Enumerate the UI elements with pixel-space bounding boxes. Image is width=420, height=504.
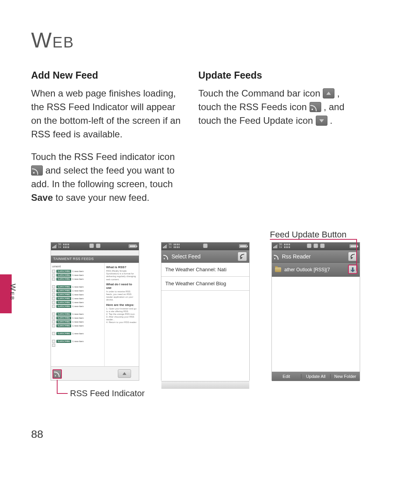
paragraph: When a web page finishes loading, the RS…	[31, 87, 183, 141]
text: Touch the Command bar icon	[198, 88, 323, 98]
browser-footer	[51, 366, 139, 380]
status-icon	[203, 244, 208, 248]
feed-row[interactable]: SUBSCRIBE1 new item	[52, 277, 103, 281]
feed-row[interactable]: SUBSCRIBE1 new item	[52, 285, 103, 288]
feed-list-item[interactable]: The Weather Channel Blog	[161, 277, 249, 291]
content-heading: Here are the steps:	[106, 303, 137, 307]
content-text: In order to receive RSS feeds, you need …	[106, 290, 137, 302]
text: .	[330, 115, 332, 126]
feed-row[interactable]: SUBSCRIBE1 new item	[52, 316, 103, 320]
status-bar: 3G ▮▮▮▮ 1x ▮▮▮▮	[161, 242, 249, 250]
page-number: 88	[31, 428, 43, 441]
save-keyword: Save	[31, 192, 53, 203]
address-bar[interactable]	[51, 250, 139, 256]
edit-button[interactable]: Edit	[272, 374, 301, 379]
feed-list-item[interactable]: The Weather Channel: Nati	[161, 263, 249, 277]
signal-text: 3G ▮▮▮▮ 1x ▮▮▮▮	[168, 243, 180, 249]
paragraph: Touch the Command bar icon , touch the R…	[198, 87, 350, 127]
heading-add-new-feed: Add New Feed	[31, 68, 183, 82]
screen-title: Rss Reader	[282, 253, 311, 260]
callout-rss-indicator: RSS Feed Indicator	[70, 388, 145, 399]
subscribe-chip[interactable]: SUBSCRIBE	[56, 270, 71, 273]
feed-row[interactable]: SUBSCRIBE1 new item	[52, 320, 103, 323]
status-icon	[320, 244, 325, 248]
folder-icon	[275, 267, 281, 272]
status-bar: 3G ▮▮▮▮ 1x ▮▮▮▮	[51, 242, 139, 250]
content-pane: What is RSS? RSS (Really Simple Syndicat…	[105, 263, 139, 367]
side-tab: Web	[0, 274, 31, 313]
callout-line	[57, 380, 58, 393]
signal-text: 3G ▮▮▮▮ 1x ▮▮▮▮	[279, 243, 290, 249]
content-text: 1. Open your browser and go to a site of…	[106, 307, 137, 324]
rss-icon	[274, 254, 280, 259]
paragraph: Touch the RSS Feed indicator icon and se…	[31, 150, 183, 204]
feed-list-pane: oment SUBSCRIBE1 new item SUBSCRIBE1 new…	[51, 263, 105, 367]
feed-row[interactable]: SUBSCRIBE1 new item	[52, 301, 103, 304]
status-icon	[96, 244, 100, 248]
command-bar-button[interactable]	[118, 369, 131, 378]
feed-row[interactable]: SUBSCRIBE1 new item	[52, 289, 103, 292]
item-count: 1 new item	[72, 270, 84, 272]
status-icon	[89, 244, 94, 248]
screenshot-select-feed: 3G ▮▮▮▮ 1x ▮▮▮▮ Select Feed The Weather …	[161, 242, 250, 381]
page-title: Web	[31, 27, 389, 53]
signal-icon	[273, 244, 277, 248]
feed-row[interactable]: SUBSCRIBE1 new item	[52, 270, 103, 273]
folder-row[interactable]: ather Outlook [RSS](7	[272, 263, 360, 277]
screenshot-browser: 3G ▮▮▮▮ 1x ▮▮▮▮ TAINMENT RSS FEEDS oment…	[51, 242, 139, 381]
status-bar: 3G ▮▮▮▮ 1x ▮▮▮▮	[272, 242, 360, 250]
status-icon	[307, 244, 312, 248]
back-button[interactable]	[238, 252, 247, 261]
text: Touch the RSS Feed indicator icon	[31, 151, 175, 162]
screenshot-rss-reader: 3G ▮▮▮▮ 1x ▮▮▮▮ Rss Reader ather Outlook…	[271, 242, 360, 381]
feed-row[interactable]: SUBSCRIBE1 new item	[52, 297, 103, 300]
update-all-button[interactable]: Update All	[301, 374, 331, 379]
feed-icon	[52, 270, 55, 273]
feed-update-icon	[316, 116, 327, 126]
feed-row[interactable]	[52, 344, 103, 347]
rss-feed-indicator-icon[interactable]	[52, 369, 62, 379]
signal-text: 3G ▮▮▮▮ 1x ▮▮▮▮	[58, 243, 70, 249]
content-heading: What do I need to use	[106, 283, 137, 290]
signal-icon	[163, 244, 167, 248]
feed-row[interactable]: SUBSCRIBE1 new item	[52, 274, 103, 277]
content-text: RSS (Really Simple Syndication) is a for…	[106, 270, 137, 281]
signal-icon	[52, 244, 56, 248]
rss-icon	[31, 165, 43, 176]
empty-area	[272, 277, 360, 372]
feed-row[interactable]: SUBSCRIBE1 new item	[52, 293, 103, 296]
folder-label: ather Outlook [RSS](7	[284, 267, 330, 272]
new-folder-button[interactable]: New Folder	[331, 374, 360, 379]
feed-row[interactable]: SUBSCRIBE1 new item	[52, 340, 103, 343]
feed-row[interactable]: SUBSCRIBE1 new item	[52, 305, 103, 308]
rss-icon	[164, 254, 169, 259]
battery-icon	[239, 244, 247, 248]
screen-header: Select Feed	[161, 250, 249, 263]
screen-title: Select Feed	[172, 253, 201, 260]
empty-area	[161, 291, 249, 381]
command-bar-icon	[323, 88, 334, 98]
text: to save your new feed.	[56, 192, 149, 203]
tab-bar: TAINMENT RSS FEEDS	[51, 256, 139, 263]
callout-line	[356, 239, 357, 271]
footer-bar: Edit Update All New Folder	[272, 372, 360, 381]
text: and select the feed you want to add. In …	[31, 165, 175, 189]
category-label: oment	[52, 265, 103, 268]
rss-feeds-icon	[310, 102, 321, 112]
feed-row[interactable]: SUBSCRIBE1 new item	[52, 332, 103, 335]
callout-feed-update: Feed Update Button	[270, 230, 346, 240]
footer-bar	[161, 381, 249, 389]
feed-row[interactable]: SUBSCRIBE1 new item	[52, 324, 103, 327]
status-icon	[314, 244, 318, 248]
battery-icon	[129, 244, 136, 248]
feed-row[interactable]: SUBSCRIBE1 new item	[52, 313, 103, 316]
heading-update-feeds: Update Feeds	[198, 68, 350, 82]
content-heading: What is RSS?	[106, 265, 137, 269]
side-tab-label: Web	[9, 284, 17, 301]
screen-header: Rss Reader	[272, 250, 360, 263]
